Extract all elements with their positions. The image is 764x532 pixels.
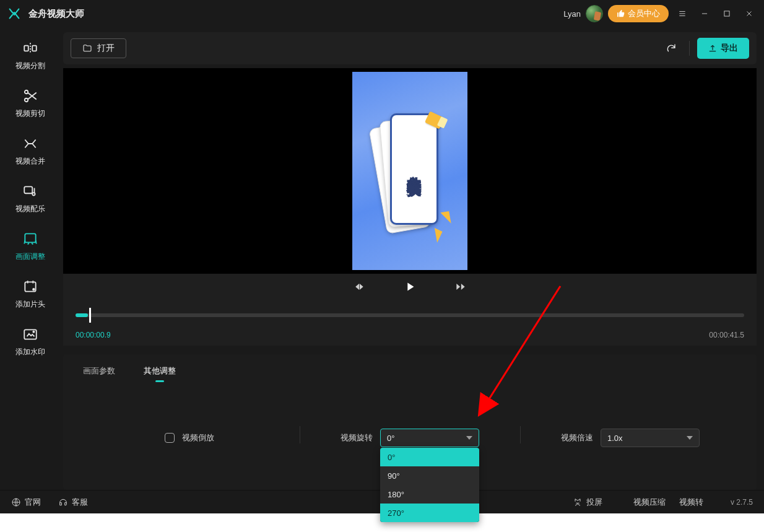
rotate-group: 视频旋转 0° 0° 90° 180° 270° — [300, 429, 520, 447]
speed-label: 视频倍速 — [561, 432, 593, 443]
svg-point-6 — [32, 193, 35, 195]
sidebar-item-intro[interactable]: 添加片头 — [15, 278, 45, 310]
next-button[interactable] — [453, 279, 469, 295]
timeline-progress — [76, 313, 88, 317]
rotate-option-0[interactable]: 0° — [380, 448, 479, 466]
svg-point-11 — [33, 331, 34, 333]
sidebar-item-trim[interactable]: 视频剪切 — [15, 87, 45, 119]
play-button[interactable] — [402, 279, 418, 295]
intro-icon — [22, 278, 39, 295]
speed-select[interactable]: 1.0x — [601, 429, 700, 447]
sidebar-item-watermark[interactable]: 添加水印 — [15, 326, 45, 357]
thumbs-up-icon — [617, 9, 625, 18]
main-area: 打开 导出 — [61, 27, 764, 490]
menu-button[interactable] — [674, 5, 691, 22]
reverse-group: 视频倒放 — [79, 432, 300, 443]
tab-picture-params[interactable]: 画面参数 — [83, 365, 115, 382]
cast-link[interactable]: 投屏 — [573, 497, 602, 508]
thumb-text: 文件在线转换 — [405, 165, 423, 173]
user-avatar[interactable] — [586, 5, 603, 22]
support-link[interactable]: 客服 — [58, 497, 88, 508]
tab-other-adjust[interactable]: 其他调整 — [144, 365, 176, 382]
sidebar-item-label: 视频配乐 — [15, 204, 45, 214]
rotate-select[interactable]: 0° — [380, 429, 479, 447]
svg-rect-2 — [32, 46, 37, 51]
headset-icon — [58, 497, 68, 507]
sidebar-item-label: 视频合并 — [15, 156, 45, 167]
cast-icon — [573, 497, 583, 507]
refresh-button[interactable] — [661, 38, 682, 58]
rotate-dropdown: 0° 90° 180° 270° — [380, 448, 479, 522]
svg-rect-0 — [724, 11, 729, 16]
split-icon — [22, 40, 39, 57]
rotate-option-90[interactable]: 90° — [380, 466, 479, 485]
convert-link[interactable]: 视频转 — [679, 497, 703, 508]
sidebar-item-label: 添加片头 — [15, 299, 45, 310]
version-label: v 2.7.5 — [731, 498, 753, 507]
sidebar-item-music[interactable]: 视频配乐 — [15, 183, 45, 214]
sidebar-item-merge[interactable]: 视频合并 — [15, 135, 45, 167]
compress-link[interactable]: 视频压缩 — [633, 497, 666, 508]
caret-down-icon — [687, 436, 693, 440]
maximize-button[interactable] — [718, 5, 736, 22]
watermark-icon — [22, 326, 39, 343]
merge-icon — [22, 135, 39, 152]
official-site-link[interactable]: 官网 — [11, 497, 41, 508]
username-label[interactable]: Lyan — [563, 9, 581, 19]
folder-icon — [82, 43, 92, 53]
sidebar-item-split[interactable]: 视频分割 — [15, 40, 45, 71]
reverse-checkbox[interactable] — [165, 433, 175, 443]
rotate-value: 0° — [387, 434, 394, 443]
open-button[interactable]: 打开 — [71, 38, 126, 58]
video-preview[interactable]: 文件在线转换 — [63, 68, 757, 274]
svg-rect-5 — [24, 186, 32, 193]
prev-button[interactable] — [351, 279, 367, 295]
time-current: 00:00:00.9 — [76, 331, 111, 339]
params-tabs: 画面参数 其他调整 — [79, 365, 740, 382]
adjust-icon — [22, 230, 39, 248]
sidebar-item-label: 视频剪切 — [15, 108, 45, 119]
speed-group: 视频倍速 1.0x — [520, 429, 740, 447]
transport-bar — [63, 274, 757, 300]
divider — [689, 41, 690, 56]
time-total: 00:00:41.5 — [709, 331, 744, 339]
app-window: 金舟视频大师 Lyan 会员中心 视频分割 视频剪切 — [0, 0, 764, 513]
export-button[interactable]: 导出 — [697, 38, 749, 59]
titlebar: 金舟视频大师 Lyan 会员中心 — [0, 0, 764, 27]
vip-button[interactable]: 会员中心 — [608, 5, 669, 22]
svg-point-9 — [33, 289, 35, 290]
sidebar: 视频分割 视频剪切 视频合并 视频配乐 画面调整 添加片头 — [0, 27, 61, 490]
timeline[interactable]: 00:00:00.9 00:00:41.5 — [63, 300, 757, 346]
rotate-label: 视频旋转 — [341, 432, 373, 443]
app-title: 金舟视频大师 — [28, 8, 84, 20]
timeline-track[interactable] — [76, 313, 744, 317]
rotate-option-270[interactable]: 270° — [380, 504, 479, 522]
speed-value: 1.0x — [607, 434, 623, 443]
controls-row: 视频倒放 视频旋转 0° 0° 90° 180° — [79, 429, 740, 447]
app-logo — [6, 6, 22, 22]
refresh-icon — [666, 43, 677, 54]
cast-label: 投屏 — [586, 497, 602, 508]
sidebar-item-adjust[interactable]: 画面调整 — [15, 230, 45, 262]
rotate-option-180[interactable]: 180° — [380, 485, 479, 504]
upload-icon — [708, 44, 717, 53]
globe-icon — [11, 497, 21, 507]
reverse-label: 视频倒放 — [182, 432, 214, 443]
site-label: 官网 — [25, 497, 41, 508]
minimize-button[interactable] — [696, 5, 713, 22]
export-label: 导出 — [721, 43, 738, 54]
playhead[interactable] — [89, 308, 91, 323]
close-button[interactable] — [740, 5, 758, 22]
svg-rect-1 — [24, 46, 28, 51]
sidebar-item-label: 画面调整 — [15, 251, 45, 262]
sidebar-item-label: 视频分割 — [15, 61, 45, 71]
params-panel: 画面参数 其他调整 视频倒放 视频旋转 0° — [63, 354, 757, 490]
caret-down-icon — [466, 436, 472, 440]
toolbar: 打开 导出 — [63, 32, 757, 64]
video-thumbnail: 文件在线转换 — [352, 72, 467, 270]
vip-label: 会员中心 — [628, 8, 660, 19]
sidebar-item-label: 添加水印 — [15, 347, 45, 357]
music-icon — [22, 183, 39, 200]
open-label: 打开 — [97, 43, 115, 54]
support-label: 客服 — [72, 497, 88, 508]
